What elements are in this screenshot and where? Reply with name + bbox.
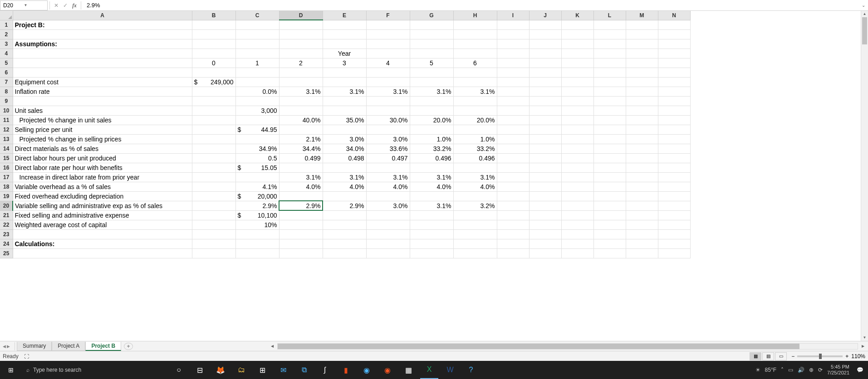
cell-K7[interactable]	[561, 77, 593, 87]
tray-chevron-icon[interactable]: ˄	[781, 367, 784, 373]
cell-C20[interactable]: 2.9%	[235, 201, 279, 210]
cell-J17[interactable]	[529, 172, 561, 182]
cell-E1[interactable]	[323, 20, 366, 29]
column-header-A[interactable]: A	[13, 11, 192, 20]
row-header-12[interactable]: 12	[0, 125, 13, 134]
scroll-left-icon[interactable]: ◀	[269, 344, 275, 348]
cell-A7[interactable]: Equipment cost	[13, 77, 192, 87]
scroll-thumb[interactable]	[862, 17, 867, 44]
cell-G8[interactable]: 3.1%	[410, 87, 453, 96]
cell-E12[interactable]	[323, 125, 366, 134]
cell-G5[interactable]: 5	[410, 58, 453, 68]
cell-I13[interactable]	[497, 134, 529, 144]
cell-L1[interactable]	[593, 20, 626, 29]
row-header-22[interactable]: 22	[0, 220, 13, 229]
cell-C22[interactable]: 10%	[235, 220, 279, 229]
cell-J20[interactable]	[529, 201, 561, 210]
cell-B7[interactable]: 249,000	[192, 77, 235, 87]
cell-D11[interactable]: 40.0%	[279, 115, 323, 125]
app-icon[interactable]: ∫	[316, 361, 334, 379]
cell-B1[interactable]	[192, 20, 235, 29]
row-header-7[interactable]: 7	[0, 77, 13, 87]
cell-L6[interactable]	[593, 68, 626, 77]
cell-N10[interactable]	[658, 106, 690, 115]
row-header-14[interactable]: 14	[0, 144, 13, 153]
cell-F9[interactable]	[366, 96, 410, 106]
cell-J24[interactable]	[529, 239, 561, 248]
row-header-15[interactable]: 15	[0, 153, 13, 163]
column-header-B[interactable]: B	[192, 11, 235, 20]
cell-K5[interactable]	[561, 58, 593, 68]
cell-M7[interactable]	[626, 77, 658, 87]
cell-F10[interactable]	[366, 106, 410, 115]
cell-G10[interactable]	[410, 106, 453, 115]
cell-C15[interactable]: 0.5	[235, 153, 279, 163]
cell-C25[interactable]	[235, 248, 279, 258]
cell-C5[interactable]: 1	[235, 58, 279, 68]
cancel-icon[interactable]: ✕	[52, 2, 61, 9]
cell-E13[interactable]: 3.0%	[323, 134, 366, 144]
cell-K14[interactable]	[561, 144, 593, 153]
cell-H19[interactable]	[453, 191, 497, 201]
cell-A19[interactable]: Fixed overhead excluding depreciation	[13, 191, 192, 201]
sheet-nav[interactable]: ◀ ▶	[0, 344, 13, 349]
cell-I22[interactable]	[497, 220, 529, 229]
calculator-icon[interactable]: ▦	[399, 361, 417, 379]
cell-L10[interactable]	[593, 106, 626, 115]
hscroll-thumb[interactable]	[278, 344, 799, 349]
cell-A6[interactable]	[13, 68, 192, 77]
cell-I15[interactable]	[497, 153, 529, 163]
grid[interactable]: ABCDEFGHIJKLMN1Project B:23Assumptions:4…	[0, 11, 861, 341]
cell-B25[interactable]	[192, 248, 235, 258]
cell-F6[interactable]	[366, 68, 410, 77]
cell-I1[interactable]	[497, 20, 529, 29]
cell-K9[interactable]	[561, 96, 593, 106]
cell-N16[interactable]	[658, 163, 690, 172]
cell-C7[interactable]	[235, 77, 279, 87]
scroll-up-icon[interactable]: ▲	[861, 11, 868, 17]
cell-E14[interactable]: 34.0%	[323, 144, 366, 153]
cell-B13[interactable]	[192, 134, 235, 144]
cell-C14[interactable]: 34.9%	[235, 144, 279, 153]
cell-E23[interactable]	[323, 229, 366, 239]
cell-H11[interactable]: 20.0%	[453, 115, 497, 125]
add-sheet-button[interactable]: +	[124, 343, 133, 350]
cell-F15[interactable]: 0.497	[366, 153, 410, 163]
cell-I16[interactable]	[497, 163, 529, 172]
column-header-C[interactable]: C	[235, 11, 279, 20]
cell-B4[interactable]	[192, 49, 235, 58]
cell-B8[interactable]	[192, 87, 235, 96]
cell-H14[interactable]: 33.2%	[453, 144, 497, 153]
cell-H3[interactable]	[453, 39, 497, 49]
column-header-N[interactable]: N	[658, 11, 690, 20]
cell-H13[interactable]: 1.0%	[453, 134, 497, 144]
cell-G13[interactable]: 1.0%	[410, 134, 453, 144]
cell-D6[interactable]	[279, 68, 323, 77]
cell-K4[interactable]	[561, 49, 593, 58]
vertical-scrollbar[interactable]: ▲ ▼	[861, 11, 868, 341]
firefox-icon[interactable]: 🦊	[211, 361, 230, 379]
cell-M6[interactable]	[626, 68, 658, 77]
cell-C13[interactable]	[235, 134, 279, 144]
display-settings-icon[interactable]: ⛶	[24, 354, 29, 359]
cell-F8[interactable]: 3.1%	[366, 87, 410, 96]
cell-K23[interactable]	[561, 229, 593, 239]
sheet-next-icon[interactable]: ▶	[7, 344, 10, 349]
cell-G14[interactable]: 33.2%	[410, 144, 453, 153]
cell-N11[interactable]	[658, 115, 690, 125]
cell-J4[interactable]	[529, 49, 561, 58]
cell-N1[interactable]	[658, 20, 690, 29]
select-all-corner[interactable]	[0, 11, 13, 20]
cell-K6[interactable]	[561, 68, 593, 77]
cell-D24[interactable]	[279, 239, 323, 248]
cell-B14[interactable]	[192, 144, 235, 153]
cell-J5[interactable]	[529, 58, 561, 68]
cell-F16[interactable]	[366, 163, 410, 172]
task-view-icon[interactable]: ⊟	[191, 361, 209, 379]
cell-E21[interactable]	[323, 210, 366, 220]
cell-J9[interactable]	[529, 96, 561, 106]
cell-B19[interactable]	[192, 191, 235, 201]
row-header-2[interactable]: 2	[0, 29, 13, 39]
cell-M23[interactable]	[626, 229, 658, 239]
cell-A21[interactable]: Fixed selling and administrative expense	[13, 210, 192, 220]
